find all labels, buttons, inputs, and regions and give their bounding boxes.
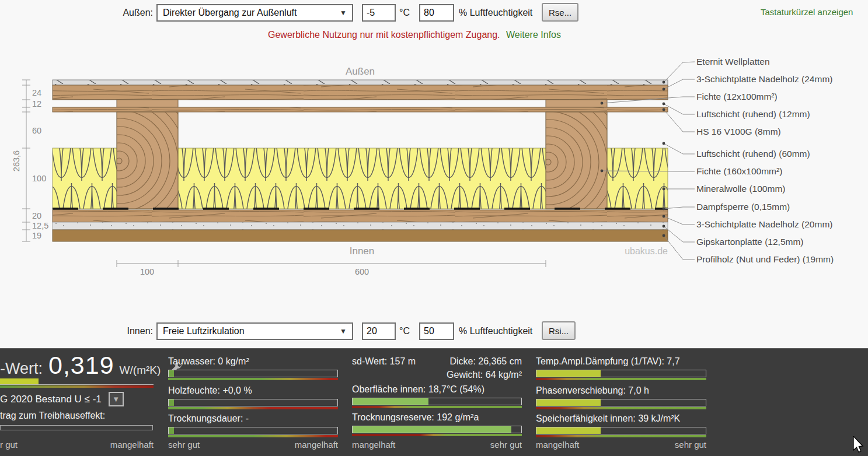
standard-dropdown-button[interactable]: ▼	[109, 392, 124, 406]
gewicht-label: Gewicht: 64 kg/m²	[447, 370, 522, 380]
dim-20: 20	[32, 211, 41, 220]
layer-hs16-v100g[interactable]	[53, 107, 668, 112]
trocknungsreserve-bar	[352, 426, 522, 436]
dim-12: 12	[32, 99, 41, 108]
sd-wert-label: sd-Wert: 157 m	[352, 356, 416, 367]
layer-fichte-batten-left[interactable]	[117, 100, 178, 107]
phasenverschiebung-label: Phasenverschiebung: 7,0 h	[536, 385, 649, 396]
layer-profilholz[interactable]	[53, 230, 668, 241]
dim-w100: 100	[140, 267, 154, 276]
standard-label: G 2020 Bestand U ≤ -1	[0, 394, 102, 405]
innen-select-value: Freie Luftzirkulation	[163, 326, 245, 336]
holzfeuchte-label: Holzfeuchte: +0,0 %	[168, 385, 252, 396]
phasenverschiebung-bar	[536, 399, 706, 409]
tempampl-bar	[536, 370, 706, 380]
innen-temp-input[interactable]	[362, 322, 396, 340]
results-panel: -Wert: 0,319 W/(m²K) G 2020 Bestand U ≤ …	[0, 348, 868, 456]
scale-right: sehr gut	[490, 440, 522, 450]
label-luft-60[interactable]: Luftschicht (ruhend) (60mm)	[696, 149, 810, 159]
label-gipskarton[interactable]: Gipskartonplatte (12,5mm)	[696, 237, 804, 247]
diagram-outside-label: Außen	[346, 66, 375, 77]
innen-temp-unit: °C	[399, 322, 410, 340]
aussen-label: Außen:	[88, 4, 153, 22]
speicherfaehigkeit-label: Speicherfähigkeit innen: 39 kJ/m²K	[536, 413, 680, 424]
innen-humidity-unit: % Luftfeuchtigkeit	[459, 322, 532, 340]
layer-gipskartonplatte[interactable]	[53, 222, 668, 230]
tauwasser-bar	[168, 370, 338, 380]
label-hs16[interactable]: HS 16 V100G (8mm)	[696, 127, 781, 136]
ubakus-page: Außen	[0, 0, 868, 456]
holzfeuchte-bar	[168, 399, 338, 409]
weitere-infos-link[interactable]: Weitere Infos	[506, 30, 561, 40]
mouse-cursor-icon	[852, 436, 865, 456]
dim-24: 24	[32, 88, 41, 97]
trocknungsreserve-label: Trocknungsreserve: 192 g/m²a	[352, 412, 479, 423]
u-value-number: 0,319	[48, 351, 114, 380]
dim-60: 60	[32, 126, 41, 135]
label-profilholz[interactable]: Profilholz (Nut und Feder) (19mm)	[696, 254, 834, 264]
treibhaus-bar	[0, 425, 153, 430]
dim-total: 263,6	[12, 150, 21, 171]
u-value-unit: W/(m²K)	[120, 364, 161, 377]
rse-button[interactable]: Rse...	[542, 3, 578, 22]
dropdown-arrow-icon: ▼	[340, 327, 347, 335]
u-value-label: -Wert:	[0, 360, 43, 378]
aussen-select-value: Direkter Übergang zur Außenluft	[163, 8, 297, 18]
aussen-select[interactable]: Direkter Übergang zur Außenluft ▼	[156, 4, 353, 22]
scale-right: mangelhaft	[110, 440, 154, 450]
notice-text: Gewerbliche Nutzung nur mit kostenpflich…	[268, 30, 500, 40]
label-3schicht-20[interactable]: 3-Schichtplatte Nadelholz (20mm)	[696, 219, 832, 229]
label-mineralwolle[interactable]: Mineralwolle (100mm)	[696, 184, 785, 194]
innen-humidity-input[interactable]	[419, 322, 454, 340]
label-3schicht-24[interactable]: 3-Schichtplatte Nadelholz (24mm)	[696, 74, 832, 84]
surface-column: sd-Wert: 157 m Dicke: 26,365 cm Gewicht:…	[352, 349, 522, 456]
dropdown-arrow-icon: ▼	[340, 9, 347, 17]
moisture-column: Tauwasser: 0 kg/m² Holzfeuchte: +0,0 % T…	[168, 349, 338, 456]
dim-12-5: 12,5	[32, 221, 48, 230]
scale-left: sehr gut	[168, 440, 200, 450]
dim-w600: 600	[355, 267, 369, 276]
width-dimension	[117, 260, 546, 267]
aussen-humidity-input[interactable]	[419, 4, 454, 22]
innen-select[interactable]: Freie Luftzirkulation ▼	[156, 322, 353, 340]
scale-left: r gut	[0, 440, 18, 450]
trocknungsdauer-label: Trocknungsdauer: -	[168, 413, 249, 424]
watermark: ubakus.de	[625, 246, 668, 256]
dim-19: 19	[32, 231, 41, 240]
oberflaeche-innen-bar	[352, 398, 522, 408]
layer-eternit-wellplatten[interactable]	[53, 80, 668, 85]
label-luft-12[interactable]: Luftschicht (ruhend) (12mm)	[696, 109, 810, 119]
heat-column: Temp.Ampl.Dämpfung (1/TAV): 7,7 Phasenve…	[536, 349, 706, 456]
scale-right: sehr gut	[675, 440, 706, 450]
aussen-humidity-unit: % Luftfeuchtigkeit	[459, 4, 532, 22]
innen-label: Innen:	[88, 322, 153, 340]
scale-right: mangelhaft	[295, 440, 338, 450]
scale-left: mangelhaft	[352, 440, 395, 450]
u-value-column: -Wert: 0,319 W/(m²K) G 2020 Bestand U ≤ …	[0, 349, 154, 456]
u-value-bar	[0, 378, 154, 388]
aussen-temp-input[interactable]	[362, 4, 396, 22]
layer-fichte-batten-right[interactable]	[546, 100, 607, 107]
dim-100: 100	[32, 174, 46, 183]
commercial-notice: Gewerbliche Nutzung nur mit kostenpflich…	[158, 30, 671, 40]
trocknungsdauer-bar	[168, 427, 338, 437]
diagram-inside-label: Innen	[350, 245, 375, 257]
oberflaeche-label: Oberfläche innen: 18,7°C (54%)	[352, 384, 484, 395]
label-dampfsperre[interactable]: Dampfsperre (0,15mm)	[696, 202, 790, 212]
label-fichte-12[interactable]: Fichte (12x100mm²)	[696, 92, 778, 101]
layer-3-schichtplatte-20mm[interactable]	[53, 210, 668, 222]
label-eternit[interactable]: Eternit Wellplatten	[696, 57, 770, 66]
shortcuts-link[interactable]: Tastaturkürzel anzeigen	[761, 7, 853, 17]
layer-3-schichtplatte-24mm[interactable]	[53, 85, 668, 100]
tempampl-label: Temp.Ampl.Dämpfung (1/TAV): 7,7	[536, 356, 680, 367]
rsi-button[interactable]: Rsi...	[542, 321, 576, 340]
thickness-dimension	[22, 80, 30, 241]
tauwasser-label: Tauwasser: 0 kg/m²	[168, 356, 249, 367]
greenhouse-label: trag zum Treibhauseffekt:	[0, 411, 105, 421]
dicke-label: Dicke: 26,365 cm	[449, 356, 522, 367]
speicherfaehigkeit-bar	[536, 427, 706, 437]
aussen-temp-unit: °C	[399, 4, 410, 22]
scale-left: mangelhaft	[536, 440, 579, 450]
label-fichte-160[interactable]: Fichte (160x100mm²)	[696, 166, 782, 176]
